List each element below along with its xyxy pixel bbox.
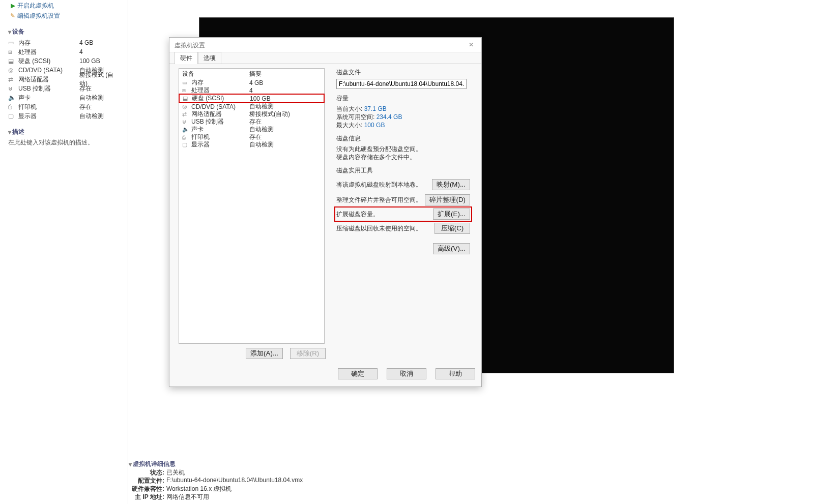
tab-hardware[interactable]: 硬件: [175, 52, 198, 64]
device-value: 存在: [79, 103, 122, 111]
device-name: 声卡: [18, 94, 79, 102]
device-value: 自动检测: [79, 94, 122, 102]
utility-text: 扩展磁盘容量。: [336, 210, 433, 219]
detail-row: 硬件兼容性:Workstation 16.x 虚拟机: [129, 485, 434, 493]
net-icon: ⇄: [8, 76, 18, 83]
device-value: 4 GB: [79, 39, 122, 46]
play-icon: ▶: [8, 2, 17, 9]
device-row[interactable]: ⇄网络适配器桥接模式 (自动): [8, 75, 122, 84]
capacity-label: 容量: [336, 94, 470, 103]
usb-icon: ⊎: [8, 85, 18, 92]
close-icon[interactable]: ✕: [463, 38, 479, 52]
twisty-icon: ▾: [129, 461, 132, 468]
device-table-row[interactable]: ◎CD/DVD (SATA)自动检测: [179, 103, 324, 110]
sound-icon: 🔈: [8, 94, 18, 101]
device-row[interactable]: 🔈声卡自动检测: [8, 93, 122, 102]
printer-icon: ⎙: [8, 103, 18, 110]
disk-file-label: 磁盘文件: [336, 68, 470, 77]
device-table-row[interactable]: ⧆处理器4: [179, 86, 324, 94]
device-row[interactable]: ▢显示器自动检测: [8, 111, 122, 121]
usb-icon: ⊎: [182, 118, 191, 125]
printer-icon: ⎙: [182, 134, 191, 140]
sidebar: ▶ 开启此虚拟机 ✎ 编辑虚拟机设置 ▾ 设备 ▭内存4 GB⧆处理器4⬓硬盘 …: [0, 0, 128, 504]
device-table-row[interactable]: ⇄网络适配器桥接模式(自动): [179, 110, 324, 118]
twisty-icon: ▾: [8, 129, 11, 136]
desc-section-header[interactable]: ▾ 描述: [8, 128, 122, 136]
device-value: 自动检测: [79, 112, 122, 121]
dialog-title: 虚拟机设置 ✕: [169, 38, 481, 53]
device-table[interactable]: 设备 摘要 ▭内存4 GB⧆处理器4⬓硬盘 (SCSI)100 GB◎CD/DV…: [179, 68, 325, 344]
cd-icon: ◎: [8, 67, 18, 74]
utility-button[interactable]: 压缩(C): [435, 223, 470, 234]
diskinfo-lines: 没有为此硬盘预分配磁盘空间。硬盘内容存储在多个文件中。: [336, 145, 470, 161]
detail-row: 主 IP 地址:网络信息不可用: [129, 493, 434, 501]
start-vm-link[interactable]: ▶ 开启此虚拟机: [8, 1, 122, 10]
device-list: ▭内存4 GB⧆处理器4⬓硬盘 (SCSI)100 GB◎CD/DVD (SAT…: [8, 38, 122, 121]
utility-button[interactable]: 扩展(E)...: [433, 209, 470, 220]
diskinfo-label: 磁盘信息: [336, 134, 470, 143]
device-table-header: 设备 摘要: [179, 69, 324, 79]
device-row[interactable]: ▭内存4 GB: [8, 38, 122, 47]
edit-icon: ✎: [8, 12, 17, 19]
disk-icon: ⬓: [8, 57, 18, 65]
net-icon: ⇄: [182, 111, 191, 117]
twisty-icon: ▾: [8, 28, 11, 36]
device-name: 硬盘 (SCSI): [18, 57, 79, 66]
remove-button: 移除(R): [290, 348, 326, 359]
add-button[interactable]: 添加(A)...: [246, 348, 283, 359]
device-row[interactable]: ⧆处理器4: [8, 47, 122, 56]
device-name: 内存: [18, 39, 79, 47]
cancel-button[interactable]: 取消: [387, 368, 426, 379]
advanced-button[interactable]: 高级(V)...: [433, 243, 470, 254]
cpu-icon: ⧆: [8, 48, 18, 55]
device-value: 100 GB: [79, 57, 122, 65]
utility-row: 整理文件碎片并整合可用空间。碎片整理(D): [336, 192, 470, 207]
device-table-row[interactable]: 🔈声卡自动检测: [179, 126, 324, 133]
memory-icon: ▭: [8, 39, 18, 46]
device-row[interactable]: ⎙打印机存在: [8, 102, 122, 111]
vm-details-header[interactable]: ▾ 虚拟机详细信息: [129, 460, 434, 468]
utility-button[interactable]: 映射(M)...: [432, 179, 470, 190]
sound-icon: 🔈: [182, 126, 191, 133]
utilities-label: 磁盘实用工具: [336, 166, 470, 175]
cd-icon: ◎: [182, 103, 191, 110]
device-row[interactable]: ⊎USB 控制器存在: [8, 84, 122, 93]
disk-icon: ⬓: [183, 95, 192, 102]
help-button[interactable]: 帮助: [436, 368, 475, 379]
detail-row: 配置文件:F:\ubuntu-64-done\Ubuntu18.04\Ubunt…: [129, 477, 434, 485]
device-name: 打印机: [18, 103, 79, 111]
device-row[interactable]: ⬓硬盘 (SCSI)100 GB: [8, 56, 122, 66]
memory-icon: ▭: [182, 79, 191, 86]
device-name: 显示器: [18, 112, 79, 121]
diskinfo-line: 没有为此硬盘预分配磁盘空间。: [336, 145, 470, 153]
edit-settings-link[interactable]: ✎ 编辑虚拟机设置: [8, 11, 122, 20]
dialog-tabs: 硬件 选项: [169, 53, 481, 64]
device-value: 4: [79, 48, 122, 55]
device-right-pane: 磁盘文件 容量 当前大小: 37.1 GB 系统可用空间: 234.4 GB 最…: [336, 68, 470, 259]
tab-options[interactable]: 选项: [198, 52, 221, 64]
device-table-row[interactable]: ▭内存4 GB: [179, 79, 324, 86]
display-icon: ▢: [8, 112, 18, 120]
utility-row: 扩展磁盘容量。扩展(E)...: [334, 206, 472, 222]
ok-button[interactable]: 确定: [338, 368, 378, 379]
utility-button[interactable]: 碎片整理(D): [425, 194, 470, 205]
start-vm-label: 开启此虚拟机: [17, 2, 54, 10]
devices-section-header[interactable]: ▾ 设备: [8, 27, 122, 36]
cpu-icon: ⧆: [182, 87, 191, 94]
device-name: CD/DVD (SATA): [18, 67, 79, 74]
utility-row: 压缩磁盘以回收未使用的空间。压缩(C): [336, 221, 470, 236]
capacity-lines: 当前大小: 37.1 GB 系统可用空间: 234.4 GB 最大大小: 100…: [336, 105, 470, 129]
utility-text: 将该虚拟机磁盘映射到本地卷。: [336, 181, 432, 189]
device-name: USB 控制器: [18, 84, 79, 93]
desc-hint[interactable]: 在此处键入对该虚拟机的描述。: [8, 138, 122, 147]
disk-file-input[interactable]: [336, 79, 467, 89]
device-table-row[interactable]: ▢显示器自动检测: [179, 141, 324, 149]
device-name: 网络适配器: [18, 75, 79, 84]
dialog-footer: 确定 取消 帮助: [338, 368, 475, 379]
settings-dialog: 虚拟机设置 ✕ 硬件 选项 设备 摘要 ▭内存4 GB⧆处理器4⬓硬盘 (SCS…: [169, 37, 482, 387]
utility-text: 整理文件碎片并整合可用空间。: [336, 196, 425, 204]
device-left-pane: 设备 摘要 ▭内存4 GB⧆处理器4⬓硬盘 (SCSI)100 GB◎CD/DV…: [179, 68, 326, 359]
device-table-row[interactable]: ⎙打印机存在: [179, 133, 324, 141]
detail-row: 状态:已关机: [129, 468, 434, 477]
device-table-row[interactable]: ⊎USB 控制器存在: [179, 118, 324, 126]
